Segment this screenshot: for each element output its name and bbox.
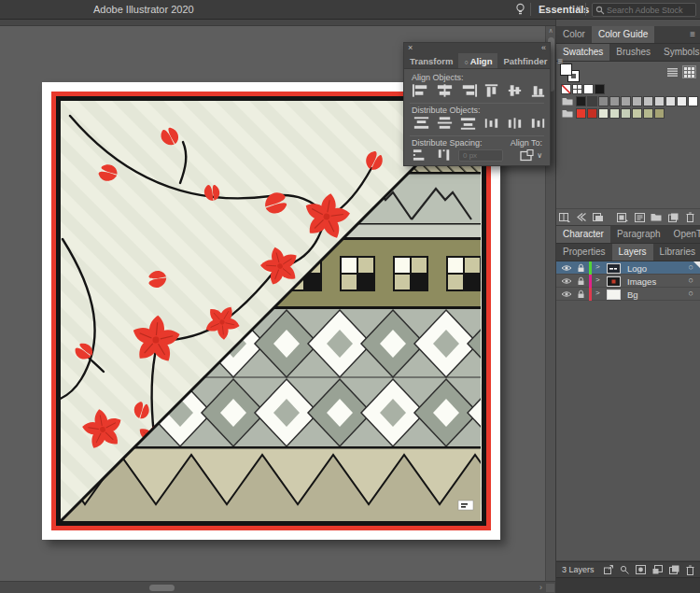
show-swatch-kinds-icon[interactable] (614, 213, 631, 222)
workspace-switcher[interactable]: Essentials (539, 4, 589, 15)
visibility-eye-icon[interactable] (561, 277, 572, 285)
panel-menu-icon[interactable]: ≡ (553, 53, 567, 68)
horizontal-distribute-space-button[interactable] (435, 148, 455, 162)
align-bottom-button[interactable] (528, 83, 548, 98)
swatch[interactable] (609, 108, 620, 119)
align-left-button[interactable] (412, 83, 431, 98)
swatch[interactable] (643, 108, 653, 119)
swatch[interactable] (643, 96, 653, 106)
panel-menu-icon[interactable]: ≡ (685, 26, 700, 43)
swatch[interactable] (632, 96, 642, 106)
layer-name[interactable]: Images (627, 276, 656, 287)
workspace-chevron-icon[interactable]: ∨ (576, 4, 581, 12)
swatch[interactable] (598, 108, 609, 119)
tab-pathfinder[interactable]: Pathfinder (497, 53, 553, 68)
swatch[interactable] (665, 96, 676, 106)
layer-thumbnail[interactable] (607, 276, 621, 287)
list-view-button[interactable] (665, 65, 679, 78)
distribute-left-button[interactable] (482, 116, 501, 131)
swatch[interactable] (654, 108, 665, 119)
lock-icon[interactable] (577, 263, 585, 273)
align-to-dropdown[interactable]: ∨ (520, 148, 542, 162)
tab-paragraph[interactable]: Paragraph (610, 226, 667, 243)
swatch[interactable] (576, 96, 586, 106)
swatch-none[interactable] (561, 84, 571, 94)
tab-transform[interactable]: Transform (404, 53, 458, 68)
collapse-icon[interactable]: « (541, 43, 546, 52)
align-top-button[interactable] (482, 83, 501, 98)
delete-swatch-icon[interactable] (681, 212, 698, 222)
delete-layer-icon[interactable] (686, 565, 694, 575)
collect-for-export-icon[interactable] (604, 565, 613, 574)
swatch[interactable] (598, 96, 609, 106)
new-layer-icon[interactable] (669, 565, 679, 574)
swatch-registration[interactable] (572, 84, 582, 94)
swatch-libraries-icon[interactable] (556, 213, 573, 222)
tab-brushes[interactable]: Brushes (609, 44, 657, 61)
disclosure-arrow-icon[interactable]: > (595, 262, 600, 271)
stock-search[interactable] (592, 3, 696, 17)
layer-row-logo[interactable]: > Logo ○ (556, 261, 700, 275)
search-input[interactable] (605, 5, 689, 16)
new-color-group-icon[interactable] (648, 213, 665, 221)
swatch[interactable] (587, 108, 597, 119)
new-swatch-icon[interactable] (665, 213, 681, 222)
new-sublayer-icon[interactable] (652, 565, 663, 574)
swatch-options-icon[interactable] (631, 213, 648, 222)
swatch[interactable] (654, 96, 665, 106)
tab-properties[interactable]: Properties (556, 244, 612, 261)
distribute-vertical-center-button[interactable] (435, 116, 455, 131)
swatch[interactable] (587, 96, 597, 106)
close-icon[interactable]: × (408, 43, 413, 52)
layer-target-icon[interactable]: ○ (689, 275, 693, 285)
layer-target-icon[interactable]: ○ (689, 262, 693, 272)
tab-align[interactable]: ○Align (458, 53, 497, 68)
swatch[interactable] (609, 96, 620, 106)
color-group-folder-icon[interactable] (561, 96, 574, 106)
swatch[interactable] (632, 108, 642, 119)
grid-view-button[interactable] (682, 65, 696, 78)
color-group-folder-icon[interactable] (561, 108, 574, 119)
distribute-right-button[interactable] (528, 116, 548, 131)
layer-thumbnail[interactable] (607, 263, 621, 274)
tab-libraries[interactable]: Libraries (653, 244, 700, 261)
layer-target-icon[interactable]: ○ (689, 289, 693, 298)
layer-name[interactable]: Bg (627, 289, 638, 300)
swatch[interactable] (688, 96, 698, 106)
lightbulb-icon[interactable] (514, 3, 526, 16)
layer-row-bg[interactable]: > Bg ○ (556, 288, 700, 301)
align-horizontal-center-button[interactable] (435, 83, 455, 98)
tab-symbols[interactable]: Symbols (657, 44, 700, 61)
swatch-kinds-icon[interactable] (590, 213, 607, 222)
lock-icon[interactable] (577, 276, 585, 286)
horizontal-scroll-thumb[interactable] (149, 585, 175, 591)
distribute-top-button[interactable] (412, 116, 431, 131)
tab-color-guide[interactable]: Color Guide (592, 26, 654, 43)
vertical-distribute-space-button[interactable] (412, 148, 431, 162)
tab-character[interactable]: Character (556, 226, 610, 243)
horizontal-scrollbar[interactable]: › (0, 581, 555, 593)
spacing-value-dropdown[interactable]: 0 px (458, 149, 503, 162)
scroll-right-icon[interactable]: › (539, 583, 542, 592)
visibility-eye-icon[interactable] (561, 290, 572, 298)
align-right-button[interactable] (458, 83, 478, 98)
visibility-eye-icon[interactable] (561, 264, 572, 272)
tab-layers[interactable]: Layers (612, 244, 653, 261)
layer-thumbnail[interactable] (607, 289, 621, 300)
layer-name[interactable]: Logo (627, 263, 647, 274)
disclosure-arrow-icon[interactable]: > (595, 289, 600, 297)
scroll-up-icon[interactable]: ∧ (546, 26, 555, 35)
distribute-bottom-button[interactable] (458, 116, 478, 131)
locate-object-icon[interactable] (620, 565, 629, 574)
swatch[interactable] (576, 108, 586, 119)
swatch[interactable] (621, 108, 631, 119)
tab-color[interactable]: Color (556, 26, 592, 43)
swatch[interactable] (621, 96, 631, 106)
swatch[interactable] (595, 84, 605, 94)
libraries-panel-icon[interactable] (573, 213, 590, 221)
disclosure-arrow-icon[interactable]: > (595, 275, 600, 284)
clipping-mask-icon[interactable] (636, 565, 646, 574)
lock-icon[interactable] (577, 289, 585, 299)
align-vertical-center-button[interactable] (505, 83, 525, 98)
layer-row-images[interactable]: > Images ○ (556, 275, 700, 288)
